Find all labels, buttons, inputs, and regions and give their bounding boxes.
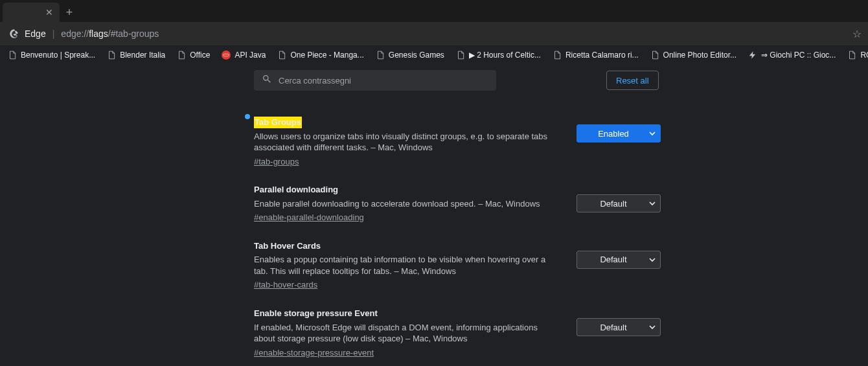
tab-strip: ✕ + (0, 0, 868, 22)
doc-icon (650, 51, 659, 60)
flag-info: Enable storage pressure EventIf enabled,… (254, 308, 552, 358)
doc-icon (847, 51, 856, 60)
favorite-icon[interactable]: ☆ (852, 28, 862, 40)
bookmark-label: Benvenuto | Spreak... (21, 51, 95, 60)
search-input[interactable] (279, 76, 488, 86)
search-icon (262, 74, 272, 87)
flag-info: Tab GroupsAllows users to organize tabs … (254, 117, 552, 167)
flag-select-wrap: DefaultEnabledDisabled (577, 194, 661, 212)
bookmark-label: ⇒ Giochi PC :: Gioc... (761, 51, 836, 60)
flag-select-wrap: DefaultEnabledDisabled (577, 318, 661, 336)
flags-list: Tab GroupsAllows users to organize tabs … (254, 111, 661, 366)
flag-select[interactable]: DefaultEnabledDisabled (577, 318, 661, 336)
flag-row: Enable storage pressure EventIf enabled,… (254, 303, 661, 366)
bookmark-item[interactable]: ▶ 2 Hours of Celtic... (451, 48, 546, 62)
flag-title: Tab Hover Cards (254, 240, 321, 252)
doc-icon (376, 51, 385, 60)
doc-icon (8, 51, 17, 60)
flag-select[interactable]: DefaultEnabledDisabled (577, 124, 661, 143)
flag-row: Tab Hover CardsEnables a popup containin… (254, 235, 661, 303)
edge-icon (9, 29, 19, 39)
flag-anchor[interactable]: #tab-hover-cards (254, 279, 317, 291)
search-box[interactable] (254, 70, 496, 91)
flag-row: Parallel downloadingEnable parallel down… (254, 179, 661, 235)
flag-description: If enabled, Microsoft Edge will dispatch… (254, 323, 538, 344)
flag-select-wrap: DefaultEnabledDisabled (577, 124, 661, 143)
bookmark-label: ROM (860, 51, 868, 60)
flag-title: Enable storage pressure Event (254, 308, 378, 319)
bookmark-item[interactable]: Office (172, 48, 215, 62)
flag-info: Tab Hover CardsEnables a popup containin… (254, 240, 552, 291)
new-tab-button[interactable]: + (60, 3, 79, 22)
bookmark-label: One Piece - Manga... (290, 51, 363, 60)
bookmark-item[interactable]: Genesis Games (371, 48, 450, 62)
lightning-icon (748, 51, 757, 60)
bookmark-item[interactable]: API Java (216, 48, 271, 62)
flag-row: Tab GroupsAllows users to organize tabs … (254, 111, 661, 179)
bookmark-label: Online Photo Editor... (663, 51, 737, 60)
bookmark-item[interactable]: ⇒ Giochi PC :: Gioc... (743, 48, 841, 62)
flag-anchor[interactable]: #enable-storage-pressure-event (254, 347, 374, 359)
bookmark-item[interactable]: Blender Italia (102, 48, 170, 62)
bookmarks-bar: Benvenuto | Spreak...Blender ItaliaOffic… (0, 45, 868, 65)
bookmark-label: Ricetta Calamaro ri... (565, 51, 639, 60)
flag-description: Allows users to organize tabs into visua… (254, 132, 547, 153)
address-bar: Edge | edge://flags/#tab-groups ☆ (0, 22, 868, 45)
doc-icon (107, 51, 116, 60)
browser-tab[interactable]: ✕ (3, 3, 60, 22)
doc-icon (553, 51, 562, 60)
bookmark-label: API Java (234, 51, 266, 60)
flag-select[interactable]: DefaultEnabledDisabled (577, 194, 661, 212)
url-host: flags (89, 29, 108, 39)
close-icon[interactable]: ✕ (45, 7, 53, 17)
flag-info: Parallel downloadingEnable parallel down… (254, 184, 552, 223)
separator: | (52, 29, 55, 39)
doc-icon (177, 51, 186, 60)
svg-rect-0 (223, 54, 229, 56)
bookmark-label: Blender Italia (120, 51, 165, 60)
flag-title: Parallel downloading (254, 184, 338, 196)
flag-title: Tab Groups (254, 117, 302, 128)
oracle-icon (222, 51, 231, 60)
bookmark-item[interactable]: Ricetta Calamaro ri... (547, 48, 644, 62)
doc-icon (277, 51, 286, 60)
bookmark-item[interactable]: One Piece - Manga... (272, 48, 369, 62)
bookmark-label: Genesis Games (389, 51, 444, 60)
bookmark-label: Office (190, 51, 210, 60)
bookmark-label: ▶ 2 Hours of Celtic... (469, 51, 541, 60)
url-protocol: edge:// (61, 29, 89, 39)
reset-all-button[interactable]: Reset all (606, 71, 659, 90)
flag-anchor[interactable]: #enable-parallel-downloading (254, 212, 364, 223)
bookmark-item[interactable]: ROM (842, 48, 868, 62)
modified-dot-icon (245, 114, 250, 119)
bookmark-item[interactable]: Benvenuto | Spreak... (3, 48, 100, 62)
top-row: Reset all (254, 65, 661, 96)
brand-label: Edge (25, 29, 46, 39)
page-content: Reset all Tab GroupsAllows users to orga… (0, 65, 868, 366)
doc-icon (456, 51, 465, 60)
flag-description: Enables a popup containing tab informati… (254, 255, 545, 276)
flag-select[interactable]: DefaultEnabledDisabled (577, 251, 661, 269)
flag-anchor[interactable]: #tab-groups (254, 156, 299, 168)
url-display[interactable]: edge://flags/#tab-groups (61, 29, 159, 39)
url-path: /#tab-groups (108, 29, 159, 39)
flag-select-wrap: DefaultEnabledDisabled (577, 251, 661, 269)
flag-description: Enable parallel downloading to accelerat… (254, 199, 540, 209)
bookmark-item[interactable]: Online Photo Editor... (645, 48, 742, 62)
